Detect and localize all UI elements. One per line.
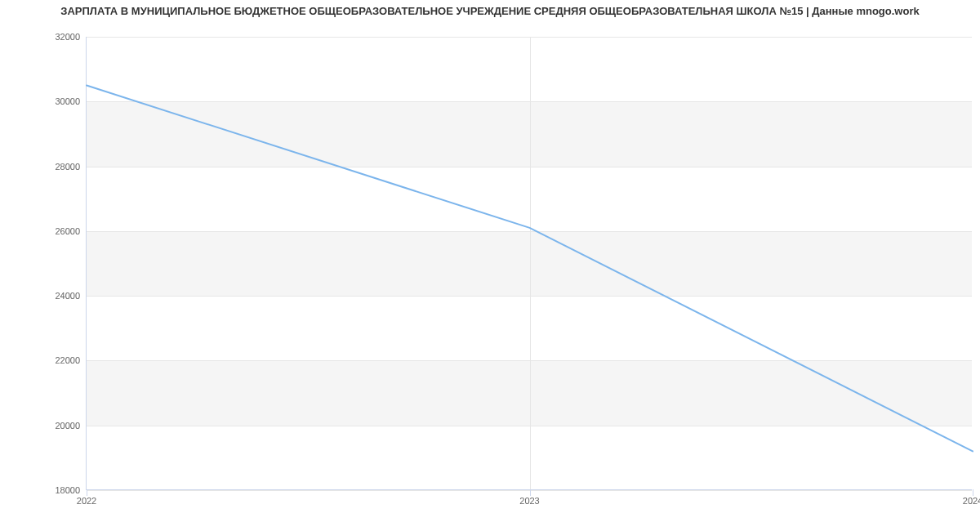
y-tick-label: 26000 [55, 226, 87, 236]
chart-title: ЗАРПЛАТА В МУНИЦИПАЛЬНОЕ БЮДЖЕТНОЕ ОБЩЕО… [0, 5, 980, 17]
series-line [87, 85, 973, 451]
line-layer [87, 37, 973, 490]
y-tick-label: 28000 [55, 162, 87, 172]
x-tick-label: 2024 [963, 489, 980, 506]
y-tick-label: 24000 [55, 291, 87, 301]
chart-container: ЗАРПЛАТА В МУНИЦИПАЛЬНОЕ БЮДЖЕТНОЕ ОБЩЕО… [0, 0, 980, 531]
x-tick-label: 2022 [77, 489, 96, 506]
y-tick-label: 30000 [55, 96, 87, 106]
y-tick-label: 22000 [55, 355, 87, 365]
plot-area: 1800020000220002400026000280003000032000… [86, 37, 972, 490]
y-tick-label: 20000 [55, 421, 87, 431]
x-tick-label: 2023 [519, 489, 539, 506]
y-tick-label: 32000 [55, 32, 87, 42]
